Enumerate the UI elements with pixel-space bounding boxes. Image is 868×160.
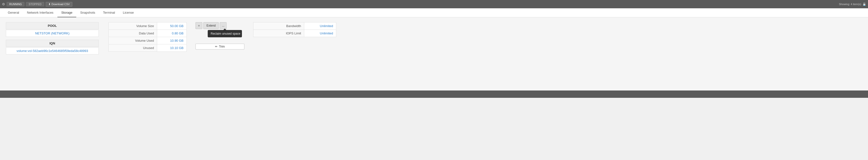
toolbar: ⚙ RUNNING STOPPED ⬇ Download CSV Showing… — [0, 0, 868, 8]
stopped-button[interactable]: STOPPED — [26, 2, 44, 6]
gear-icon[interactable]: ⚙ — [2, 2, 5, 6]
download-icon: ⬇ — [49, 3, 51, 6]
footer — [0, 90, 868, 98]
trim-icon: ✏ — [215, 45, 217, 48]
bandwidth-panel: Bandwidth Unlimited IOPS Limit Unlimited — [253, 22, 336, 37]
bw-row-iops: IOPS Limit Unlimited — [253, 30, 336, 37]
save-icon[interactable]: 💾 — [863, 3, 866, 6]
download-label: Download CSV — [52, 3, 70, 6]
action-buttons: + Extend ... — [195, 22, 244, 29]
stats-val-volume-size: 50.00 GB — [157, 23, 186, 30]
trim-label: Trim — [219, 45, 225, 48]
toolbar-right: Showing: 4 item(s) 💾 — [839, 3, 866, 6]
tab-storage[interactable]: Storage — [57, 8, 76, 17]
stats-row-data-used: Data Used 0.80 GB — [108, 30, 187, 37]
add-button[interactable]: + — [195, 22, 202, 29]
bw-val-bandwidth: Unlimited — [304, 23, 336, 30]
reclaim-tooltip: Reclaim unused space — [208, 30, 242, 37]
pool-value[interactable]: NETSTOR (NETWORK) — [6, 30, 99, 37]
action-area: + Extend ... Reclaim unused space ✏ Trim — [195, 22, 244, 49]
more-options-button[interactable]: ... — [220, 22, 226, 29]
content-row: POOL NETSTOR (NETWORK) IQN volume:vol-58… — [6, 22, 862, 55]
stats-label-volume-size: Volume Size — [109, 23, 157, 30]
bw-label-iops: IOPS Limit — [253, 30, 304, 37]
tab-terminal[interactable]: Terminal — [99, 8, 119, 17]
tab-snapshots[interactable]: Snapshots — [76, 8, 99, 17]
tab-license[interactable]: License — [119, 8, 138, 17]
running-button[interactable]: RUNNING — [7, 2, 25, 6]
stats-label-volume-used: Volume Used — [109, 37, 157, 44]
iqn-header: IQN — [6, 40, 99, 47]
trim-button[interactable]: ✏ Trim — [195, 44, 244, 49]
bw-val-iops: Unlimited — [304, 30, 336, 37]
main-content: POOL NETSTOR (NETWORK) IQN volume:vol-58… — [0, 17, 868, 90]
stats-row-volume-used: Volume Used 10.90 GB — [108, 37, 187, 44]
stats-row-volume-size: Volume Size 50.00 GB — [108, 22, 187, 30]
stats-label-unused: Unused — [109, 44, 157, 51]
bw-row-bandwidth: Bandwidth Unlimited — [253, 22, 336, 30]
bw-label-bandwidth: Bandwidth — [253, 23, 304, 30]
iqn-value[interactable]: volume:vol-582aeb96c1e5464685f59eda58c48… — [6, 47, 99, 54]
tab-network-interfaces[interactable]: Network Interfaces — [23, 8, 57, 17]
download-csv-button[interactable]: ⬇ Download CSV — [46, 2, 72, 7]
stats-val-unused: 10.10 GB — [157, 44, 186, 51]
pool-iqn-panel: POOL NETSTOR (NETWORK) IQN volume:vol-58… — [6, 22, 99, 55]
tab-general[interactable]: General — [4, 8, 23, 17]
tabs-bar: General Network Interfaces Storage Snaps… — [0, 8, 868, 17]
pool-header: POOL — [6, 22, 99, 29]
stats-val-data-used: 0.80 GB — [157, 30, 186, 37]
extend-button[interactable]: Extend — [203, 22, 219, 29]
showing-label: Showing: 4 item(s) — [839, 3, 861, 6]
stats-val-volume-used: 10.90 GB — [157, 37, 186, 44]
stats-row-unused: Unused 10.10 GB — [108, 44, 187, 52]
stats-label-data-used: Data Used — [109, 30, 157, 37]
volume-stats-panel: Volume Size 50.00 GB Data Used 0.80 GB V… — [108, 22, 187, 52]
